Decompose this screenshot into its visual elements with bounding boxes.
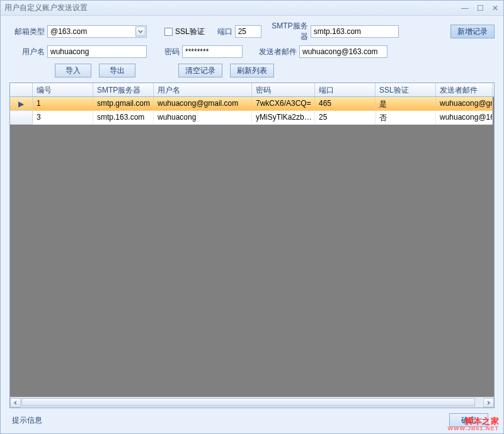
form-area: 邮箱类型 @163.com SSL验证 端口 SMTP服务器 新增记录	[9, 23, 495, 83]
add-record-button[interactable]: 新增记录	[450, 25, 495, 38]
cell: wuhuacong@gmail.com	[154, 97, 252, 111]
cell: 7wkCX6/A3CQ=	[252, 97, 315, 111]
import-button[interactable]: 导入	[55, 64, 91, 77]
grid-body: ▶1smtp.gmail.comwuhuacong@gmail.com7wkCX…	[10, 97, 494, 397]
chevron-down-icon[interactable]	[135, 26, 146, 37]
close-button[interactable]: ✕	[491, 4, 500, 13]
col-header-id[interactable]: 编号	[33, 83, 93, 96]
mail-type-value: @163.com	[50, 27, 87, 36]
cell: 25	[315, 111, 375, 125]
titlebar: 用户自定义账户发送设置 — ☐ ✕	[1, 1, 503, 16]
table-row[interactable]: 3smtp.163.comwuhuacongyMiSyTlKa2zb…25否wu…	[10, 111, 494, 125]
mail-type-label: 邮箱类型	[9, 26, 45, 37]
port-input[interactable]	[235, 25, 261, 38]
row-marker	[10, 111, 33, 125]
data-grid[interactable]: 编号 SMTP服务器 用户名 密码 端口 SSL验证 发送者邮件 ▶1smtp.…	[9, 83, 495, 408]
scroll-thumb[interactable]	[21, 398, 475, 406]
scroll-left-arrow-icon[interactable]	[10, 398, 21, 408]
window-title: 用户自定义账户发送设置	[4, 3, 88, 13]
username-input[interactable]	[47, 45, 147, 58]
clear-button[interactable]: 清空记录	[178, 64, 222, 77]
content-area: 邮箱类型 @163.com SSL验证 端口 SMTP服务器 新增记录	[1, 16, 503, 433]
cell: smtp.163.com	[93, 111, 154, 125]
horizontal-scrollbar[interactable]	[10, 397, 494, 408]
mail-type-combo[interactable]: @163.com	[47, 25, 147, 38]
port-label: 端口	[212, 26, 232, 37]
col-header-smtp[interactable]: SMTP服务器	[93, 83, 154, 96]
row-marker: ▶	[10, 97, 33, 111]
minimize-button[interactable]: —	[461, 4, 469, 13]
ok-button[interactable]: 确定	[449, 413, 488, 427]
col-header-pass[interactable]: 密码	[252, 83, 315, 96]
password-label: 密码	[161, 47, 180, 57]
export-button[interactable]: 导出	[99, 64, 135, 77]
cell: 3	[33, 111, 93, 125]
hint-label: 提示信息	[12, 415, 42, 426]
col-header-ssl[interactable]: SSL验证	[375, 83, 436, 96]
cell: 465	[315, 97, 375, 111]
smtp-label: SMTP服务器	[269, 21, 308, 42]
password-input[interactable]	[182, 45, 243, 58]
cell: yMiSyTlKa2zb…	[252, 111, 315, 125]
ssl-checkbox[interactable]	[164, 28, 173, 36]
col-header-sender[interactable]: 发送者邮件	[436, 83, 493, 96]
row-header-spacer	[10, 83, 33, 96]
cell: wuhuacong	[154, 111, 252, 125]
maximize-button[interactable]: ☐	[476, 4, 484, 13]
toolbar: 导入 导出 清空记录 刷新列表	[55, 64, 495, 77]
table-row[interactable]: ▶1smtp.gmail.comwuhuacong@gmail.com7wkCX…	[10, 97, 494, 111]
sender-label: 发送者邮件	[250, 47, 297, 57]
cell: wuhuacong@gma	[436, 97, 493, 111]
cell: wuhuacong@163	[436, 111, 493, 125]
col-header-user[interactable]: 用户名	[154, 83, 252, 96]
smtp-input[interactable]	[311, 25, 399, 38]
col-header-port[interactable]: 端口	[315, 83, 375, 96]
username-label: 用户名	[9, 47, 45, 57]
grid-header: 编号 SMTP服务器 用户名 密码 端口 SSL验证 发送者邮件	[10, 83, 494, 97]
refresh-button[interactable]: 刷新列表	[230, 64, 274, 77]
scroll-track[interactable]	[21, 398, 483, 408]
footer: 提示信息 确定	[9, 408, 495, 428]
cell: 否	[375, 111, 436, 125]
ssl-label: SSL验证	[175, 26, 205, 37]
app-window: 用户自定义账户发送设置 — ☐ ✕ 邮箱类型 @163.com SSL验证	[0, 0, 504, 434]
window-controls: — ☐ ✕	[461, 4, 500, 13]
sender-input[interactable]	[299, 45, 387, 58]
cell: 1	[33, 97, 93, 111]
cell: 是	[375, 97, 436, 111]
cell: smtp.gmail.com	[93, 97, 154, 111]
scroll-right-arrow-icon[interactable]	[483, 398, 494, 408]
